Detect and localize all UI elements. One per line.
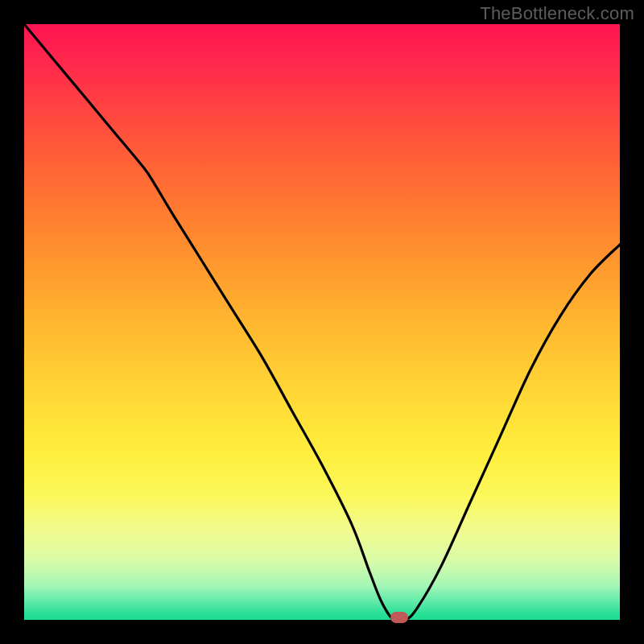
watermark-text: TheBottleneck.com: [480, 3, 634, 24]
chart-frame: TheBottleneck.com: [0, 0, 644, 644]
plot-area: [24, 24, 620, 620]
bottleneck-curve: [24, 24, 620, 620]
optimal-marker: [390, 612, 408, 623]
